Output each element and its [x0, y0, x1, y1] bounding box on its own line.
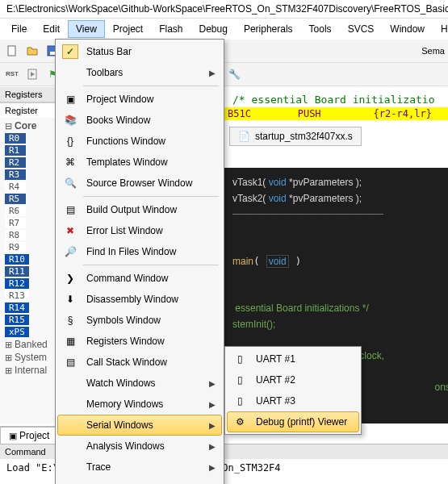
reg-xps[interactable]: xPS — [5, 327, 29, 337]
reset-icon[interactable]: RST — [3, 65, 21, 83]
menu-file[interactable]: File — [3, 20, 35, 38]
project-tab[interactable]: ▣ Project — [0, 427, 58, 444]
menu-debug-printf[interactable]: ⚙Debug (printf) Viewer — [227, 411, 359, 432]
project-icon: ▣ — [62, 92, 78, 106]
register-tab[interactable]: Register — [0, 102, 56, 118]
internal-node[interactable]: ⊞ Internal — [3, 364, 52, 377]
menu-window[interactable]: Window — [382, 20, 433, 38]
reg-r8[interactable]: R8 — [5, 230, 26, 240]
reg-r12[interactable]: R12 — [5, 278, 29, 289]
source-browser-icon: 🔍 — [62, 176, 78, 190]
code-asm-highlight: B51C PUSH {r2-r4,lr} — [224, 107, 448, 120]
check-icon — [62, 44, 78, 59]
menu-call-stack[interactable]: ▤Call Stack Window — [57, 352, 222, 373]
code-comment: /* essential Board initializatio — [224, 87, 448, 107]
menu-symbols[interactable]: §Symbols Window — [57, 310, 222, 331]
menu-registers[interactable]: ▦Registers Window — [57, 331, 222, 352]
menu-project-window[interactable]: ▣Project Window — [57, 89, 222, 110]
reg-r15[interactable]: R15 — [5, 315, 29, 325]
functions-icon: {} — [62, 134, 78, 148]
menu-edit[interactable]: Edit — [35, 20, 68, 38]
new-file-icon[interactable] — [3, 42, 21, 60]
system-viewer-icon — [62, 481, 78, 484]
menu-analysis[interactable]: Analysis Windows▶ — [57, 436, 222, 457]
svg-rect-0 — [8, 46, 15, 56]
menu-uart3[interactable]: ▯UART #3 — [227, 390, 359, 411]
banked-node[interactable]: ⊞ Banked — [3, 338, 52, 351]
menu-serial[interactable]: Serial Windows▶ — [57, 415, 222, 436]
menu-disassembly[interactable]: ⬇Disassembly Window — [57, 289, 222, 310]
menu-command-window[interactable]: ❯Command Window — [57, 268, 222, 289]
menubar: File Edit View Project Flash Debug Perip… — [0, 19, 448, 40]
uart-icon: ▯ — [232, 373, 248, 387]
run-icon[interactable] — [23, 65, 41, 83]
reg-r7[interactable]: R7 — [5, 218, 26, 228]
menu-tools[interactable]: Tools — [301, 20, 340, 38]
debug-printf-icon: ⚙ — [232, 415, 248, 429]
registers-title: Registers — [0, 87, 56, 102]
menu-peripherals[interactable]: Peripherals — [236, 20, 301, 38]
memory-icon — [62, 397, 78, 411]
symbols-icon: § — [62, 313, 78, 328]
sema-label: Sema — [421, 46, 445, 56]
command-icon: ❯ — [62, 271, 78, 286]
menu-watch[interactable]: Watch Windows▶ — [57, 373, 222, 394]
core-node[interactable]: ⊟ Core — [3, 119, 52, 132]
menu-project[interactable]: Project — [105, 20, 151, 38]
menu-templates-window[interactable]: ⌘Templates Window — [57, 152, 222, 173]
reg-r5[interactable]: R5 — [5, 194, 26, 204]
chevron-right-icon: ▶ — [209, 69, 216, 77]
reg-r3[interactable]: R3 — [5, 169, 26, 180]
chevron-right-icon: ▶ — [209, 400, 216, 409]
asm-file-icon: 📄 — [238, 131, 250, 142]
reg-r13[interactable]: R13 — [5, 290, 29, 301]
open-icon[interactable] — [23, 42, 41, 60]
menu-books-window[interactable]: 📚Books Window — [57, 110, 222, 131]
reg-r14[interactable]: R14 — [5, 302, 29, 313]
file-tab[interactable]: 📄startup_stm32f407xx.s — [229, 127, 362, 146]
menu-uart2[interactable]: ▯UART #2 — [227, 369, 359, 390]
reg-r10[interactable]: R10 — [5, 254, 29, 265]
menu-find-in-files[interactable]: 🔎Find In Files Window — [57, 241, 222, 262]
reg-r0[interactable]: R0 — [5, 133, 26, 144]
trace-icon — [62, 460, 78, 474]
menu-build-output[interactable]: ▤Build Output Window — [57, 199, 222, 220]
reg-r1[interactable]: R1 — [5, 145, 26, 156]
wrench-icon[interactable]: 🔧 — [225, 65, 243, 83]
view-dropdown: Status Bar Toolbars▶ ▣Project Window 📚Bo… — [55, 39, 224, 484]
chevron-right-icon: ▶ — [209, 463, 216, 472]
reg-r11[interactable]: R11 — [5, 266, 29, 277]
menu-status-bar[interactable]: Status Bar — [57, 41, 222, 62]
menu-error-list[interactable]: ✖Error List Window — [57, 220, 222, 241]
menu-functions-window[interactable]: {}Functions Window — [57, 131, 222, 152]
reg-r4[interactable]: R4 — [5, 182, 26, 192]
menu-debug[interactable]: Debug — [191, 20, 236, 38]
analysis-icon — [62, 439, 78, 453]
menu-svcs[interactable]: SVCS — [340, 20, 383, 38]
reg-r2[interactable]: R2 — [5, 157, 26, 168]
system-node[interactable]: ⊞ System — [3, 351, 52, 364]
menu-source-browser[interactable]: 🔍Source Browser Window — [57, 173, 222, 194]
menu-trace[interactable]: Trace▶ — [57, 457, 222, 478]
reg-r6[interactable]: R6 — [5, 206, 26, 216]
menu-flash[interactable]: Flash — [151, 20, 191, 38]
registers-panel: Registers Register ⊟ Core R0 R1 R2 R3 R4… — [0, 87, 57, 424]
reg-r9[interactable]: R9 — [5, 242, 26, 252]
menu-help[interactable]: Help — [433, 20, 448, 38]
books-icon: 📚 — [62, 113, 78, 127]
menu-view[interactable]: View — [68, 20, 105, 38]
registers-icon: ▦ — [62, 334, 78, 348]
menu-uart1[interactable]: ▯UART #1 — [227, 348, 359, 369]
call-stack-icon: ▤ — [62, 355, 78, 369]
serial-submenu: ▯UART #1 ▯UART #2 ▯UART #3 ⚙Debug (print… — [224, 346, 362, 435]
find-icon: 🔎 — [62, 244, 78, 259]
blank-icon — [62, 65, 78, 80]
menu-memory[interactable]: Memory Windows▶ — [57, 394, 222, 415]
templates-icon: ⌘ — [62, 155, 78, 169]
uart-icon: ▯ — [232, 394, 248, 408]
watch-icon — [62, 376, 78, 390]
menu-system-viewer[interactable]: System Viewer▶ — [57, 478, 222, 484]
build-output-icon: ▤ — [62, 202, 78, 217]
disassembly-icon: ⬇ — [62, 292, 78, 307]
menu-toolbars[interactable]: Toolbars▶ — [57, 62, 222, 83]
